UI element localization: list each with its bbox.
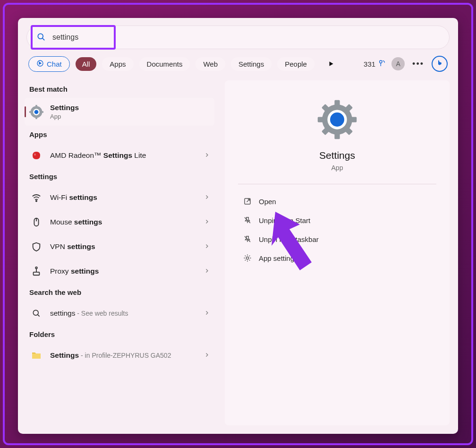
people-chip[interactable]: People: [277, 57, 314, 71]
overflow-menu[interactable]: •••: [410, 59, 426, 69]
folder-icon: [29, 348, 43, 362]
chevron-right-icon: [204, 352, 210, 359]
preview-gear-icon: [316, 98, 358, 142]
svg-rect-7: [35, 105, 37, 107]
search-icon: [36, 32, 46, 43]
svg-point-30: [330, 112, 344, 127]
result-subtitle: App: [50, 113, 210, 120]
chevron-right-icon: [204, 310, 210, 317]
result-title: Settings - in Profile-ZEPHYRUS GA502: [50, 351, 197, 360]
chip-label: Settings: [238, 60, 264, 68]
search-bar-row: [18, 18, 458, 49]
svg-rect-10: [41, 111, 43, 113]
amd-radeon-settings-item[interactable]: AMD Radeon™ Settings Lite: [25, 143, 214, 168]
bing-icon: [435, 59, 444, 69]
open-action[interactable]: Open: [240, 193, 436, 210]
result-title: Mouse settings: [50, 218, 197, 226]
preview-pane: Settings App Open Unpin from Start: [225, 80, 450, 425]
action-label: Open: [259, 198, 276, 206]
svg-point-3: [380, 60, 382, 63]
results-column: Best match Settings App Apps AMD Rad: [18, 80, 221, 427]
svg-rect-8: [35, 117, 37, 119]
wifi-icon: [29, 190, 43, 205]
result-title: Wi-Fi settings: [50, 193, 197, 202]
result-title: Proxy settings: [50, 267, 197, 276]
rewards-icon: [378, 60, 386, 69]
open-icon: [243, 197, 252, 206]
unpin-icon: [243, 234, 252, 244]
search-web-header: Search the web: [25, 284, 214, 301]
result-title: settings - See web results: [50, 309, 197, 318]
search-highlight-box: [31, 25, 116, 50]
folders-header: Folders: [25, 326, 214, 343]
svg-point-36: [246, 257, 248, 259]
chip-label: Documents: [147, 60, 183, 68]
bing-chat-icon: [36, 60, 44, 69]
chip-label: Web: [203, 60, 218, 68]
proxy-icon: [29, 264, 43, 278]
search-web-item[interactable]: settings - See web results: [25, 301, 214, 326]
action-label: App settings: [259, 254, 298, 262]
chip-label: All: [82, 60, 90, 68]
chevron-right-icon: [204, 194, 210, 201]
main-content: Best match Settings App Apps AMD Rad: [18, 80, 458, 434]
search-pill[interactable]: [26, 26, 450, 49]
settings-header: Settings: [25, 168, 214, 185]
vpn-settings-item[interactable]: VPN settings: [25, 234, 214, 259]
svg-line-1: [42, 38, 44, 40]
points-value: 331: [364, 60, 375, 68]
action-label: Unpin from taskbar: [259, 235, 319, 243]
proxy-settings-item[interactable]: Proxy settings: [25, 259, 214, 284]
chat-chip[interactable]: Chat: [28, 56, 70, 72]
chevron-right-icon: [204, 218, 210, 226]
filter-row: Chat All Apps Documents Web Settings Peo…: [18, 49, 458, 80]
search-panel: Chat All Apps Documents Web Settings Peo…: [18, 18, 458, 434]
svg-line-19: [38, 315, 40, 317]
all-chip[interactable]: All: [76, 57, 97, 71]
result-title: VPN settings: [50, 242, 197, 251]
svg-point-17: [35, 267, 37, 269]
settings-gear-icon: [29, 105, 43, 119]
more-filters-button[interactable]: [326, 59, 336, 69]
preview-separator: [238, 184, 436, 184]
svg-point-18: [33, 310, 38, 315]
unpin-taskbar-action[interactable]: Unpin from taskbar: [240, 231, 436, 248]
settings-chip[interactable]: Settings: [231, 57, 272, 71]
unpin-icon: [243, 215, 252, 225]
bing-chat-toggle[interactable]: [432, 56, 448, 72]
svg-rect-15: [34, 272, 40, 275]
chevron-right-icon: [204, 152, 210, 159]
svg-point-6: [34, 110, 39, 114]
action-label: Unpin from Start: [259, 216, 310, 224]
apps-header: Apps: [25, 126, 214, 143]
best-match-header: Best match: [25, 80, 214, 98]
chip-label: People: [285, 60, 307, 68]
mouse-settings-item[interactable]: Mouse settings: [25, 210, 214, 234]
preview-title: Settings: [319, 150, 355, 161]
preview-actions: Open Unpin from Start Unpin from taskbar: [238, 193, 436, 267]
svg-point-11: [34, 154, 36, 155]
chevron-right-icon: [204, 243, 210, 250]
result-title: AMD Radeon™ Settings Lite: [50, 151, 197, 160]
folder-item[interactable]: Settings - in Profile-ZEPHYRUS GA502: [25, 343, 214, 368]
preview-subtitle: App: [332, 164, 343, 172]
mouse-icon: [29, 215, 43, 229]
chevron-right-icon: [204, 267, 210, 275]
account-avatar[interactable]: A: [391, 57, 405, 70]
app-settings-action[interactable]: App settings: [240, 250, 436, 267]
chip-label: Apps: [110, 60, 126, 68]
shield-icon: [29, 240, 43, 254]
search-input[interactable]: [51, 33, 103, 42]
apps-chip[interactable]: Apps: [102, 57, 133, 71]
wifi-settings-item[interactable]: Wi-Fi settings: [25, 185, 214, 210]
best-match-item[interactable]: Settings App: [25, 98, 214, 126]
svg-point-12: [36, 200, 37, 201]
result-title: Settings: [50, 103, 210, 112]
search-icon: [29, 306, 43, 320]
documents-chip[interactable]: Documents: [139, 57, 190, 71]
amd-icon: [29, 148, 43, 163]
web-chip[interactable]: Web: [196, 57, 225, 71]
unpin-start-action[interactable]: Unpin from Start: [240, 212, 436, 229]
avatar-initial: A: [396, 60, 400, 68]
rewards-points[interactable]: 331: [364, 60, 386, 69]
